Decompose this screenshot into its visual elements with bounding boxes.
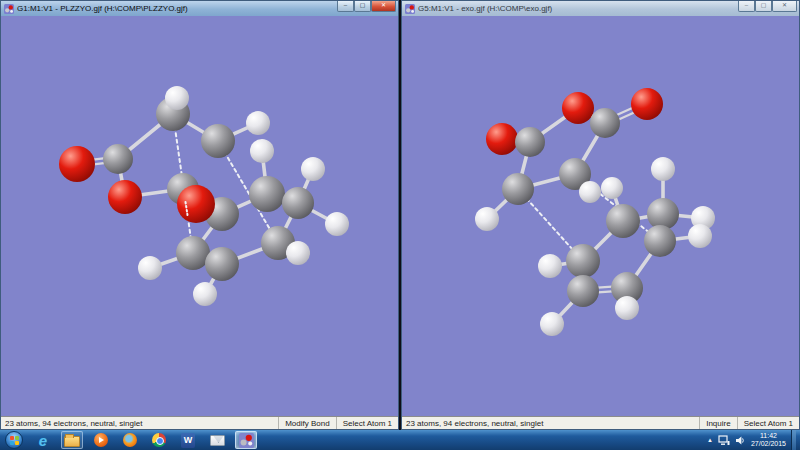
- close-button[interactable]: ✕: [772, 1, 797, 12]
- gaussview-icon: [239, 433, 254, 448]
- statusbar: 23 atoms, 94 electrons, neutral, singlet…: [1, 416, 398, 429]
- hidden-icons-arrow[interactable]: ▲: [707, 437, 713, 443]
- mail-envelope-icon: [210, 435, 225, 446]
- taskbar-clock[interactable]: 11:42 27/02/2015: [751, 432, 786, 449]
- internet-explorer-icon: e: [39, 432, 47, 449]
- clock-time: 11:42: [751, 432, 786, 440]
- minimize-button[interactable]: –: [738, 1, 755, 12]
- selection-hint: Select Atom 1: [737, 417, 799, 429]
- molecule-viewport[interactable]: [1, 16, 398, 416]
- gaussview-window-exo: G5:M1:V1 - exo.gjf (H:\COMP\exo.gjf) – ▢…: [401, 0, 800, 430]
- word-icon: W: [181, 433, 195, 448]
- gaussview-app-icon: [405, 4, 415, 14]
- statusbar: 23 atoms, 94 electrons, neutral, singlet…: [402, 416, 799, 429]
- molecule-summary: 23 atoms, 94 electrons, neutral, singlet: [1, 419, 278, 428]
- gaussview-window-endo: G1:M1:V1 - PLZZYO.gjf (H:\COMP\PLZZYO.gj…: [0, 0, 399, 430]
- window-controls: – ▢ ✕: [337, 1, 396, 12]
- mode-indicator: Inquire: [699, 417, 736, 429]
- gaussview-app-icon: [4, 4, 14, 14]
- volume-icon[interactable]: [735, 435, 746, 446]
- taskbar: e W ▲ 11:42: [0, 430, 800, 450]
- molecule-model-endo[interactable]: [1, 16, 398, 416]
- chrome-icon: [152, 433, 166, 447]
- media-player-icon: [94, 433, 108, 447]
- titlebar[interactable]: G1:M1:V1 - PLZZYO.gjf (H:\COMP\PLZZYO.gj…: [1, 1, 398, 16]
- molecule-viewport[interactable]: [402, 16, 799, 416]
- taskbar-item-media-player[interactable]: [90, 431, 112, 449]
- taskbar-item-gaussview[interactable]: [235, 431, 257, 449]
- taskbar-item-internet-explorer[interactable]: e: [32, 431, 54, 449]
- window-title: G1:M1:V1 - PLZZYO.gjf (H:\COMP\PLZZYO.gj…: [17, 4, 334, 13]
- window-title: G5:M1:V1 - exo.gjf (H:\COMP\exo.gjf): [418, 4, 735, 13]
- show-desktop-button[interactable]: [791, 430, 796, 450]
- mode-indicator: Modify Bond: [278, 417, 335, 429]
- titlebar[interactable]: G5:M1:V1 - exo.gjf (H:\COMP\exo.gjf) – ▢…: [402, 1, 799, 16]
- taskbar-item-windows-explorer[interactable]: [61, 431, 83, 449]
- taskbar-item-firefox[interactable]: [119, 431, 141, 449]
- maximize-button[interactable]: ▢: [354, 1, 371, 12]
- folder-icon: [64, 436, 80, 447]
- network-icon[interactable]: [718, 435, 730, 446]
- taskbar-item-word[interactable]: W: [177, 431, 199, 449]
- windows-start-icon: [5, 431, 23, 449]
- taskbar-item-chrome[interactable]: [148, 431, 170, 449]
- taskbar-item-mail[interactable]: [206, 431, 228, 449]
- selection-hint: Select Atom 1: [336, 417, 398, 429]
- close-button[interactable]: ✕: [371, 1, 396, 12]
- molecule-summary: 23 atoms, 94 electrons, neutral, singlet: [402, 419, 699, 428]
- maximize-button[interactable]: ▢: [755, 1, 772, 12]
- system-tray: ▲ 11:42 27/02/2015: [707, 430, 797, 450]
- window-controls: – ▢ ✕: [738, 1, 797, 12]
- clock-date: 27/02/2015: [751, 440, 786, 448]
- start-button[interactable]: [3, 431, 25, 449]
- firefox-icon: [123, 433, 137, 447]
- minimize-button[interactable]: –: [337, 1, 354, 12]
- molecule-model-exo[interactable]: [402, 16, 799, 416]
